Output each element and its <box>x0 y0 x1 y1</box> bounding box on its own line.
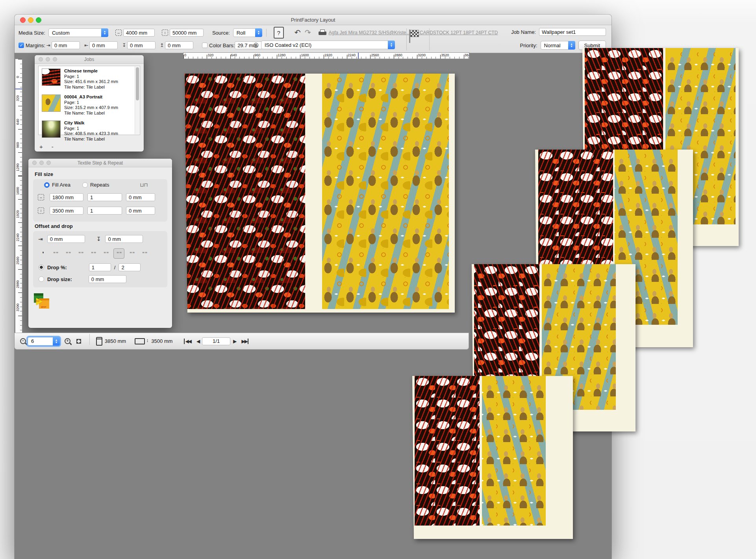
ruler-label: 2240 <box>348 53 356 57</box>
scrollbar-thumb[interactable] <box>136 67 139 100</box>
add-job-button[interactable]: + <box>39 143 43 150</box>
last-page-icon[interactable]: ▶▶ <box>241 339 248 344</box>
repeat-height-count-field[interactable]: 1 <box>87 207 122 215</box>
drop-percent-num-field[interactable]: 1 <box>89 263 111 271</box>
repeat-height-offset-field[interactable]: 0 mm <box>126 207 155 215</box>
ruler-label: 0 <box>184 53 186 57</box>
margins-checkbox[interactable]: ✓ <box>19 43 24 48</box>
margin-left-field[interactable]: 0 mm <box>52 41 80 49</box>
drop-offset-right-icon[interactable]: ❜❜ ❜❜ <box>127 249 137 258</box>
source-select[interactable]: Roll ▲▼ <box>233 28 262 37</box>
jobs-palette-title: Jobs <box>84 57 94 62</box>
palette-close-button[interactable] <box>32 161 37 165</box>
fill-size-label: Fill size <box>35 171 53 177</box>
spot-color-icon[interactable]: SPOT SPOT <box>34 293 52 311</box>
page-indicator-field[interactable]: 1/1 <box>202 337 230 345</box>
previous-page-icon[interactable]: ◀ <box>196 339 199 344</box>
drop-size-radio[interactable] <box>39 276 44 282</box>
vertical-drop-icon: ↧ <box>96 236 101 242</box>
horizontal-offset-field[interactable]: 0 mm <box>47 235 85 243</box>
drop-none-icon[interactable]: ❜ <box>38 249 48 258</box>
drop-percent-radio[interactable] <box>39 265 44 270</box>
horizontal-offset-icon: ⇥ <box>38 236 43 242</box>
page-height-value: 3500 mm <box>151 338 172 344</box>
offset-drop-label: Offset and drop <box>35 223 73 229</box>
color-bars-checkbox[interactable] <box>202 43 208 48</box>
ruler-label: 2240 <box>16 233 20 241</box>
margin-right-field[interactable]: 0 mm <box>89 41 118 49</box>
drop-pattern-icon-row: ❜❜❜ ❜❜❜❜ ❜❜❜❜ ❜❜❜❜ ❜❜❜❜ ❜❜❜❜ ❜❜❜❜ ❜❜❜❜ ❜… <box>38 248 150 259</box>
redo-icon[interactable]: ↷ <box>305 29 311 37</box>
repeats-label: Repeats <box>90 182 109 188</box>
priority-label: Priority: <box>520 43 537 48</box>
drop-percent-label: Drop %: <box>47 265 67 270</box>
margin-bottom-field[interactable]: 0 mm <box>165 41 193 49</box>
job-row-chinese-temple[interactable]: Chinese temple Page: 1 Size: 451.6 mm x … <box>39 66 140 92</box>
palette-minimize-button[interactable] <box>39 161 44 165</box>
drop-mirror-icon[interactable]: ❜❜ ❜❜ <box>88 249 98 258</box>
drop-grid-icon[interactable]: ❜❜ ❜❜ <box>50 249 61 258</box>
zoom-in-icon[interactable]: + <box>65 338 70 344</box>
fill-area-radio[interactable] <box>44 182 50 188</box>
jobs-scrollbar[interactable] <box>135 67 139 134</box>
drop-dense-grid-icon[interactable]: ❜❜ ❜❜ <box>63 249 73 258</box>
ruler-label: 960 <box>16 142 20 148</box>
vertical-ruler: 03206409601280160019202240256028803200 <box>15 59 22 333</box>
first-page-icon[interactable]: ◀◀ <box>184 339 191 344</box>
ruler-label: 3520 <box>441 53 449 57</box>
remove-job-button[interactable]: - <box>52 143 54 150</box>
repeat-width-count-field[interactable]: 1 <box>87 193 122 201</box>
palette-zoom-button[interactable] <box>53 57 57 61</box>
zoom-level-select[interactable]: 6 ▲▼ <box>28 337 60 346</box>
zoom-out-icon[interactable]: − <box>20 338 26 344</box>
ruler-cursor-marker <box>358 53 359 59</box>
next-page-icon[interactable]: ▶ <box>233 339 236 344</box>
drop-size-field[interactable]: 0 mm <box>89 275 126 283</box>
tile-join-icon[interactable]: ⊔⊓ <box>140 182 148 188</box>
ruler-label: 2880 <box>395 53 402 57</box>
drop-offset-alt-icon[interactable]: ❜❜ ❜❜ <box>139 249 150 258</box>
drop-half-v-icon[interactable]: ❜❜ ❜❜ <box>76 249 86 258</box>
gold-pattern-area[interactable] <box>322 74 449 309</box>
job-name-input[interactable]: Wallpaper set1 <box>539 28 606 36</box>
job-thumbnail <box>42 120 61 138</box>
repeat-height-field[interactable]: 3500 mm <box>50 207 83 215</box>
drop-percent-den-field[interactable]: 2 <box>119 263 141 271</box>
help-icon[interactable]: ? <box>274 27 284 39</box>
ruler-label: 1600 <box>301 53 309 57</box>
calibration-target-icon: ◎ <box>253 42 259 48</box>
ruler-label: 0 <box>16 76 20 78</box>
drop-half-h-icon[interactable]: ❜❜ ❜❜ <box>101 249 111 258</box>
jobs-palette-titlebar: Jobs <box>35 55 144 64</box>
margin-left-icon: ⇥ <box>46 43 50 48</box>
palette-close-button[interactable] <box>39 57 43 61</box>
ruler-label: 320 <box>208 53 213 57</box>
ruler-label: 1280 <box>16 163 20 171</box>
profile-select[interactable]: ISO Coated v2 (ECI) ▲▼ <box>261 41 395 49</box>
job-row-city-walk[interactable]: City Walk Page: 1 Size: 408.5 mm x 423.3… <box>39 118 140 144</box>
repeat-width-offset-field[interactable]: 0 mm <box>126 193 155 201</box>
priority-select[interactable]: Normal ▲▼ <box>541 41 575 50</box>
ruler-cursor-marker <box>15 89 22 89</box>
repeats-radio[interactable] <box>82 182 88 188</box>
toolbar: Media Size: Custom ▲▼ ↔ 4000 mm ↕ 50000 … <box>15 25 611 53</box>
textile-palette-titlebar: Textile Step & Repeat <box>28 159 172 167</box>
zoom-fit-icon[interactable] <box>75 338 82 345</box>
drop-brick-icon[interactable]: ❜❜ ❜❜ <box>113 248 124 259</box>
media-size-select[interactable]: Custom ▲▼ <box>48 28 108 37</box>
vertical-drop-field[interactable]: 0 mm <box>105 235 143 243</box>
media-width-icon: ↔ <box>115 30 122 36</box>
media-width-field[interactable]: 4000 mm <box>123 29 155 37</box>
job-row-00004-a3-portrait[interactable]: 00004_A3 Portrait Page: 1 Size: 315.2 mm… <box>39 92 140 118</box>
job-thumbnail <box>42 94 61 112</box>
temple-pattern-area[interactable] <box>185 74 305 309</box>
margin-top-field[interactable]: 0 mm <box>127 41 156 49</box>
media-height-field[interactable]: 50000 mm <box>170 29 204 37</box>
media-height-icon: ↕ <box>162 30 168 36</box>
repeat-width-field[interactable]: 1800 mm <box>50 193 83 201</box>
page-height-icon <box>135 338 145 344</box>
palette-zoom-button[interactable] <box>46 161 51 165</box>
undo-icon[interactable]: ↶ <box>295 29 301 37</box>
ruler-label: 1920 <box>16 210 20 218</box>
palette-minimize-button[interactable] <box>46 57 50 61</box>
